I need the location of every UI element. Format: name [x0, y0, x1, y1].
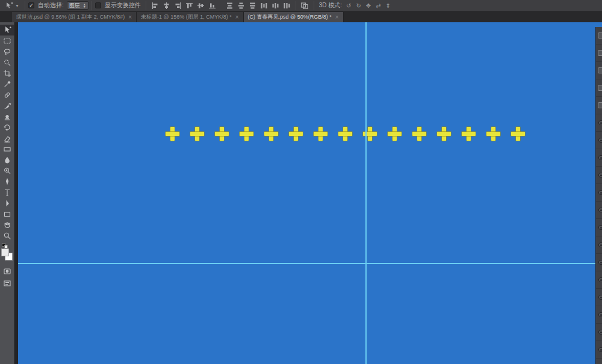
layer-row-partial[interactable] [596, 149, 602, 167]
panel-icon-partial [598, 50, 602, 56]
document-tab-3-active[interactable]: (C) 青春再见.psd @ 50%(RGB/8) * × [244, 12, 344, 22]
zoom-tool[interactable] [0, 230, 14, 241]
close-icon[interactable]: × [128, 14, 132, 20]
screen-mode-button[interactable] [0, 278, 14, 289]
plus-mark [166, 127, 179, 141]
distribute-right-edges-icon[interactable] [282, 1, 292, 10]
show-transform-checkbox[interactable] [95, 2, 101, 8]
history-brush-tool[interactable] [0, 122, 14, 133]
layer-row-partial[interactable] [596, 236, 602, 254]
plus-mark [314, 127, 327, 141]
clone-stamp-tool[interactable] [0, 111, 14, 122]
plus-mark [388, 127, 402, 141]
gradient-tool[interactable] [0, 144, 14, 155]
document-tab-2[interactable]: 未标题-1 @ 156% (图层 1, CMYK/8) * × [137, 12, 244, 22]
align-top-edges-icon[interactable] [184, 1, 194, 10]
layer-row-partial[interactable] [596, 289, 602, 306]
layer-row-partial[interactable] [596, 219, 602, 236]
hand-tool[interactable] [0, 220, 14, 230]
marquee-tool[interactable] [0, 35, 14, 46]
close-icon[interactable]: × [235, 14, 239, 20]
distribute-left-edges-icon[interactable] [259, 1, 269, 10]
path-selection-tool[interactable] [0, 198, 14, 209]
foreground-color-swatch[interactable] [1, 248, 9, 256]
shape-tool[interactable] [0, 209, 14, 220]
crop-tool[interactable] [0, 68, 14, 79]
tool-preset-caret-icon[interactable]: ▼ [15, 4, 19, 8]
lasso-tool[interactable] [0, 46, 14, 57]
panel-divider [14, 22, 18, 364]
layer-row-partial[interactable] [596, 306, 602, 324]
plus-mark [511, 127, 525, 141]
auto-align-layers-icon[interactable] [300, 1, 310, 10]
move-tool[interactable] [0, 25, 14, 35]
show-transform-group: 显示变换控件 [92, 0, 146, 11]
distribute-bottom-edges-icon[interactable] [247, 1, 258, 10]
document-tab-bar: 缪世洁.psd @ 9.56% (组 1 副本 2, CMYK/8#) × 未标… [0, 11, 602, 22]
layer-row-partial[interactable] [596, 114, 602, 132]
panel-header-row-partial[interactable] [596, 45, 602, 62]
close-icon[interactable]: × [335, 14, 339, 20]
layer-row-partial[interactable] [596, 167, 602, 184]
layer-visibility-eye-icon [598, 173, 602, 177]
layer-row-partial[interactable] [596, 324, 602, 341]
distribute-vertical-centers-icon[interactable] [236, 1, 246, 10]
layer-visibility-eye-icon [598, 155, 602, 160]
document-tab-1[interactable]: 缪世洁.psd @ 9.56% (组 1 副本 2, CMYK/8#) × [12, 12, 137, 22]
document-tab-2-label: 未标题-1 @ 156% (图层 1, CMYK/8) * [141, 13, 232, 21]
right-dock-panel-edge[interactable] [595, 27, 602, 364]
tools-panel [0, 22, 14, 364]
move-tool-preset-icon[interactable] [4, 1, 14, 10]
align-bottom-edges-icon[interactable] [207, 1, 217, 10]
layer-row-partial[interactable] [596, 202, 602, 219]
panel-icon-partial [598, 67, 602, 73]
healing-brush-tool[interactable] [0, 90, 14, 100]
layer-visibility-eye-icon [598, 190, 602, 195]
layer-visibility-eye-icon [598, 138, 602, 143]
plus-mark [363, 127, 377, 141]
tool-preset-group[interactable]: ▼ [0, 0, 25, 11]
align-group [146, 0, 221, 11]
align-horizontal-centers-icon[interactable] [161, 1, 172, 10]
blur-tool[interactable] [0, 155, 14, 165]
align-left-edges-icon[interactable] [150, 1, 160, 10]
layer-row-partial[interactable] [596, 184, 602, 202]
mode-3d-label: 3D 模式: [319, 1, 342, 10]
color-swatches [0, 243, 14, 265]
panel-header-row-partial[interactable] [596, 27, 602, 45]
panel-header-row-partial[interactable] [596, 62, 602, 79]
layer-row-partial[interactable] [596, 254, 602, 271]
eraser-tool[interactable] [0, 133, 14, 144]
auto-align-group [296, 0, 314, 11]
plus-mark [289, 127, 303, 141]
roll-3d-icon[interactable]: ↻ [356, 2, 361, 9]
canvas[interactable] [18, 22, 602, 364]
quick-mask-mode-button[interactable] [0, 266, 14, 277]
plus-mark [338, 127, 352, 141]
slide-3d-icon[interactable]: ⇄ [376, 2, 380, 9]
pen-tool[interactable] [0, 176, 14, 187]
auto-select-dropdown[interactable]: 图层 ▲▼ [67, 1, 88, 10]
vertical-guide[interactable] [365, 22, 367, 364]
dodge-tool[interactable] [0, 165, 14, 176]
layer-row-partial[interactable] [596, 132, 602, 149]
plus-mark [486, 127, 500, 141]
panel-header-row-partial[interactable] [596, 97, 602, 114]
type-tool[interactable] [0, 187, 14, 198]
scale-3d-icon[interactable]: ⇕ [386, 2, 391, 9]
brush-tool[interactable] [0, 100, 14, 111]
align-right-edges-icon[interactable] [173, 1, 183, 10]
layer-row-partial[interactable] [596, 341, 602, 359]
auto-select-checkbox[interactable]: ✓ [28, 2, 34, 8]
orbit-3d-icon[interactable]: ↺ [346, 2, 351, 9]
horizontal-guide[interactable] [18, 263, 595, 264]
layer-visibility-eye-icon [598, 242, 602, 247]
layer-row-partial[interactable] [596, 271, 602, 289]
quick-selection-tool[interactable] [0, 57, 14, 68]
distribute-top-edges-icon[interactable] [225, 1, 235, 10]
eyedropper-tool[interactable] [0, 79, 14, 90]
distribute-horizontal-centers-icon[interactable] [270, 1, 281, 10]
pan-3d-icon[interactable]: ✥ [366, 2, 371, 9]
align-vertical-centers-icon[interactable] [196, 1, 206, 10]
panel-header-row-partial[interactable] [596, 79, 602, 97]
